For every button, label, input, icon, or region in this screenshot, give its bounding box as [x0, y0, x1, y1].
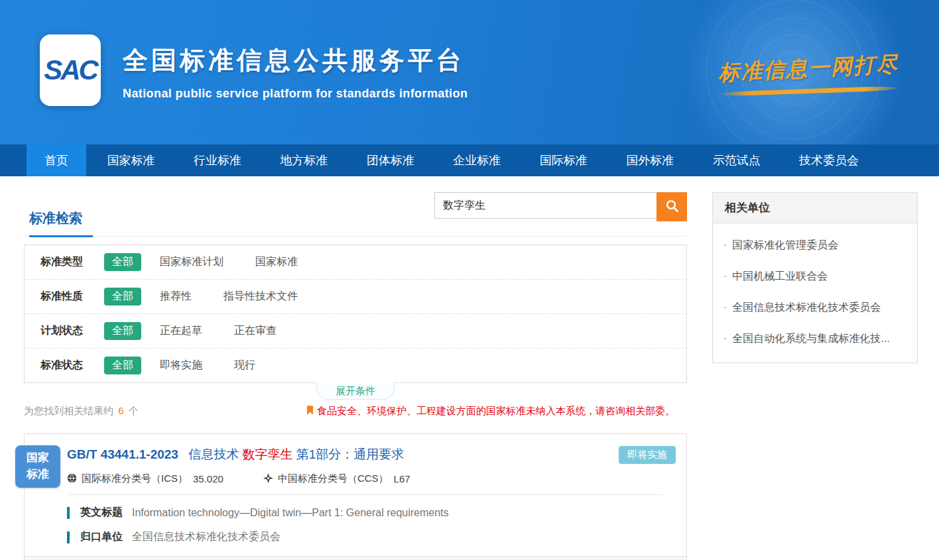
site-title: 全国标准信息公共服务平台 — [123, 44, 468, 78]
standard-code: GB/T 43441.1-2023 — [67, 447, 178, 461]
filter-all-badge[interactable]: 全部 — [104, 288, 141, 306]
filter-panel: 标准类型 全部 国家标准计划 国家标准 标准性质 全部 推荐性 指导性技术文件 … — [24, 245, 687, 383]
ics-label: 国际标准分类号（ICS） — [82, 473, 188, 485]
nav-item-foreign-standards[interactable]: 国外标准 — [608, 144, 692, 176]
standard-title-link[interactable]: GB/T 43441.1-2023 信息技术 数字孪生 第1部分：通用要求 — [67, 446, 404, 463]
result-count: 为您找到相关结果约 6 个 — [24, 405, 139, 418]
ics-group: 国际标准分类号（ICS） 35.020 — [67, 473, 223, 485]
filter-row-standard-type: 标准类型 全部 国家标准计划 国家标准 — [25, 245, 686, 280]
banner-slogan: 标准信息一网打尽 — [712, 54, 905, 93]
related-unit-label: 全国信息技术标准化技术委员会 — [732, 302, 881, 313]
card-body: GB/T 43441.1-2023 信息技术 数字孪生 第1部分：通用要求 即将… — [25, 434, 686, 544]
compass-icon — [263, 473, 278, 485]
filter-option[interactable]: 正在审查 — [234, 324, 277, 338]
site-subtitle: National public service platform for sta… — [123, 87, 468, 101]
filter-label: 标准类型 — [40, 255, 104, 269]
page: SAC 全国标准信息公共服务平台 National public service… — [0, 0, 939, 560]
card-title-row: GB/T 43441.1-2023 信息技术 数字孪生 第1部分：通用要求 即将… — [67, 446, 676, 464]
filter-option[interactable]: 推荐性 — [160, 290, 192, 304]
sac-logo-text: SAC — [44, 54, 97, 86]
filter-all-badge[interactable]: 全部 — [104, 253, 141, 271]
nav-item-technical-committee[interactable]: 技术委员会 — [781, 144, 877, 176]
site-banner: SAC 全国标准信息公共服务平台 National public service… — [0, 0, 939, 144]
attr-bar — [67, 507, 70, 519]
nav-item-enterprise-standards[interactable]: 企业标准 — [435, 144, 519, 176]
english-title-row: 英文标题 Information technology—Digital twin… — [67, 506, 676, 520]
ccs-label: 中国标准分类号（CCS） — [278, 473, 389, 485]
ccs-value: L67 — [394, 473, 410, 484]
english-title-value: Information technology—Digital twin—Part… — [132, 507, 449, 519]
filter-row-standard-status: 标准状态 全部 即将实施 现行 — [25, 349, 686, 382]
nav-item-pilot[interactable]: 示范试点 — [695, 144, 779, 176]
related-unit-label: 中国机械工业联合会 — [732, 270, 828, 282]
dept-label: 归口单位 — [80, 530, 123, 544]
filter-option[interactable]: 现行 — [234, 359, 255, 372]
site-brand: 全国标准信息公共服务平台 National public service pla… — [123, 44, 468, 101]
bullet: · — [723, 239, 727, 251]
expand-conditions-button[interactable]: 展开条件 — [316, 382, 395, 400]
main-column: 标准检索 标准类型 全部 — [24, 192, 687, 560]
english-title-label: 英文标题 — [80, 506, 123, 520]
standard-result-card: 国家 标准 GB/T 43441.1-2023 信息技术 数字孪生 第1部分：通… — [24, 433, 687, 560]
nav-item-international-standards[interactable]: 国际标准 — [522, 144, 605, 176]
related-units-title: 相关单位 — [713, 193, 917, 223]
standard-title-part2: 第1部分：通用要求 — [296, 447, 405, 461]
filter-label: 标准性质 — [40, 290, 104, 304]
bookmark-icon — [306, 406, 317, 418]
type-badge-line1: 国家 — [15, 450, 60, 467]
nav-item-local-standards[interactable]: 地方标准 — [262, 144, 345, 176]
result-notice-text: 食品安全、环境保护、工程建设方面的国家标准未纳入本系统，请咨询相关部委。 — [317, 405, 675, 418]
search-box — [434, 192, 687, 221]
filter-option[interactable]: 国家标准 — [255, 255, 298, 269]
section-title-standard-search: 标准检索 — [29, 209, 93, 237]
related-unit-link[interactable]: ·国家标准化管理委员会 — [723, 230, 907, 261]
filter-label: 计划状态 — [40, 324, 104, 338]
attr-bar — [67, 532, 70, 543]
bullet: · — [723, 333, 727, 344]
main-nav: 首页 国家标准 行业标准 地方标准 团体标准 企业标准 国际标准 国外标准 示范… — [0, 144, 939, 176]
related-unit-label: 全国自动化系统与集成标准化技... — [732, 333, 889, 344]
result-notice: 食品安全、环境保护、工程建设方面的国家标准未纳入本系统，请咨询相关部委。 — [306, 405, 687, 418]
result-count-suffix: 个 — [129, 405, 139, 416]
search-icon — [665, 199, 679, 215]
search-button[interactable] — [657, 192, 687, 221]
filter-option[interactable]: 正在起草 — [160, 324, 202, 338]
filter-option[interactable]: 指导性技术文件 — [223, 290, 298, 304]
dept-value[interactable]: 全国信息技术标准化技术委员会 — [132, 530, 281, 544]
filter-option[interactable]: 国家标准计划 — [160, 255, 223, 269]
status-badge: 即将实施 — [619, 446, 676, 464]
filter-option[interactable]: 即将实施 — [160, 359, 202, 372]
nav-item-national-standards[interactable]: 国家标准 — [89, 144, 172, 176]
bullet: · — [723, 270, 727, 282]
content-area: 标准检索 标准类型 全部 — [0, 176, 939, 560]
standard-title-part1: 信息技术 — [188, 447, 239, 461]
ics-value: 35.020 — [193, 473, 223, 484]
search-input[interactable] — [434, 192, 657, 219]
filter-row-plan-status: 计划状态 全部 正在起草 正在审查 — [25, 314, 686, 349]
related-unit-label: 国家标准化管理委员会 — [732, 239, 838, 251]
dept-row: 归口单位 全国信息技术标准化技术委员会 — [67, 530, 676, 544]
standard-type-badge: 国家 标准 — [15, 445, 60, 488]
classification-row: 国际标准分类号（ICS） 35.020 中国标准分类号（CCS） — [67, 473, 676, 485]
related-unit-link[interactable]: ·全国信息技术标准化技术委员会 — [723, 292, 907, 323]
filter-label: 标准状态 — [40, 359, 104, 372]
card-footer: 发布于 2023-11-27 实施于 2024-06-01 — [25, 556, 686, 560]
sac-logo[interactable]: SAC — [40, 34, 101, 106]
filter-all-badge[interactable]: 全部 — [104, 357, 141, 374]
related-unit-link[interactable]: ·中国机械工业联合会 — [723, 261, 907, 292]
ccs-group: 中国标准分类号（CCS） L67 — [263, 473, 410, 485]
related-units-list: ·国家标准化管理委员会 ·中国机械工业联合会 ·全国信息技术标准化技术委员会 ·… — [713, 223, 917, 363]
result-meta-row: 为您找到相关结果约 6 个 食品安全、环境保护、工程建设方面的国家标准未纳入本系… — [24, 405, 687, 418]
related-unit-link[interactable]: ·全国自动化系统与集成标准化技... — [723, 323, 907, 355]
nav-item-group-standards[interactable]: 团体标准 — [349, 144, 432, 176]
result-count-prefix: 为您找到相关结果约 — [24, 405, 113, 416]
search-section-header: 标准检索 — [24, 192, 687, 237]
banner-slogan-text: 标准信息一网打尽 — [712, 49, 905, 88]
bullet: · — [723, 302, 727, 313]
nav-item-home[interactable]: 首页 — [27, 144, 86, 176]
globe-icon — [67, 473, 82, 485]
nav-item-industry-standards[interactable]: 行业标准 — [176, 144, 259, 176]
result-count-number: 6 — [116, 405, 125, 416]
type-badge-line2: 标准 — [15, 467, 60, 483]
filter-all-badge[interactable]: 全部 — [104, 322, 141, 340]
